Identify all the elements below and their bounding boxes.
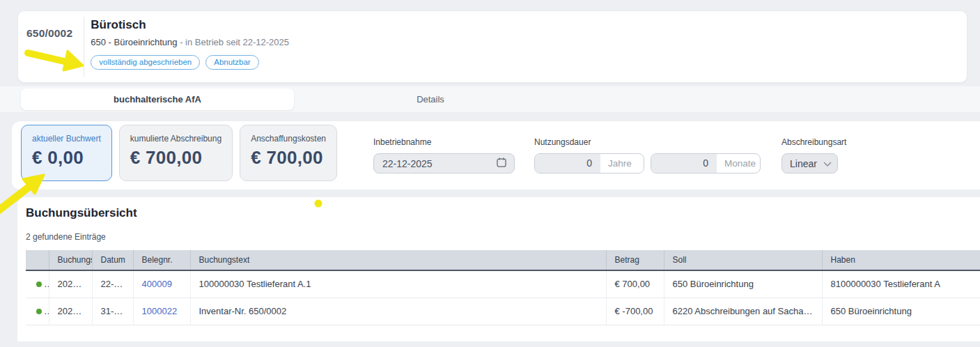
- status-green-dot: [36, 309, 42, 314]
- field-label: Abschreibungsart: [781, 137, 846, 147]
- date-value: 22-12-2025: [382, 158, 433, 169]
- col-datum[interactable]: Datum: [92, 250, 133, 270]
- tab-details[interactable]: Details: [294, 88, 567, 110]
- tab-bar: buchhalterische AfA Details: [0, 86, 980, 112]
- period-cell: 2025/12: [49, 270, 92, 298]
- years-unit-label: Jahre: [600, 154, 644, 173]
- asset-in-service-date: - in Betrieb seit 22-12-2025: [178, 37, 289, 47]
- col-haben[interactable]: Haben: [822, 250, 980, 270]
- bookings-count: 2 gefundene Einträge: [26, 232, 980, 242]
- document-cell: 400009: [133, 270, 190, 298]
- col-belegnr[interactable]: Belegnr.: [133, 250, 190, 270]
- field-label: Nutzungsdauer: [534, 137, 761, 147]
- amount-cell: € 700,00: [606, 270, 664, 298]
- years-value: 0: [535, 154, 600, 173]
- card-value: € 0,00: [32, 147, 101, 169]
- date-cell: 22-12-2025: [92, 270, 133, 298]
- text-cell: 100000030 Testlieferant A.1: [190, 270, 606, 298]
- select-value: Linear: [790, 158, 817, 169]
- card-value: € 700,00: [251, 147, 326, 169]
- document-link[interactable]: 400009: [142, 279, 172, 289]
- field-label: Inbetriebnahme: [373, 137, 515, 147]
- field-inbetriebnahme: Inbetriebnahme 22-12-2025: [373, 137, 515, 174]
- credit-cell: 650 Büroeinrichtung: [822, 298, 980, 325]
- period-cell: 2025/12: [49, 298, 92, 325]
- asset-number: 650/0002: [26, 27, 72, 40]
- tab-buchhalterische-afa[interactable]: buchhalterische AfA: [21, 88, 294, 110]
- calendar-icon[interactable]: [496, 157, 507, 170]
- badge-depreciable: Abnutzbar: [205, 55, 258, 70]
- card-current-book-value[interactable]: aktueller Buchwert € 0,00: [21, 125, 112, 181]
- duration-inputs: 0 Jahre 0 Monate: [534, 153, 761, 174]
- field-nutzungsdauer: Nutzungsdauer 0 Jahre 0 Monate: [534, 137, 761, 174]
- card-label: Anschaffungskosten: [251, 134, 326, 144]
- document-link[interactable]: 1000022: [142, 306, 178, 316]
- asset-header-main: Bürotisch 650 - Büroeinrichtung - in Bet…: [84, 11, 289, 82]
- col-buchungstext[interactable]: Buchungstext: [190, 250, 606, 270]
- status-cell: [26, 298, 49, 325]
- table-row: 2025/12 22-12-2025 400009 100000030 Test…: [26, 270, 980, 298]
- col-soll[interactable]: Soll: [664, 250, 822, 270]
- field-abschreibungsart: Abschreibungsart Linear: [781, 137, 846, 174]
- asset-header-card: 650/0002 Bürotisch 650 - Büroeinrichtung…: [17, 10, 967, 83]
- card-acquisition-cost[interactable]: Anschaffungskosten € 700,00: [240, 125, 337, 181]
- card-accumulated-depreciation[interactable]: kumulierte Abschreibung € 700,00: [119, 125, 233, 181]
- date-cell: 31-12-2025: [92, 298, 133, 325]
- col-betrag[interactable]: Betrag: [606, 250, 664, 270]
- chevron-down-icon: [823, 158, 832, 169]
- asset-number-block: 650/0002: [18, 17, 84, 77]
- status-green-dot: [36, 282, 42, 287]
- col-status: [26, 250, 49, 270]
- asset-category: 650 - Büroeinrichtung: [91, 37, 177, 47]
- months-value: 0: [651, 154, 717, 173]
- card-label: aktueller Buchwert: [32, 134, 101, 144]
- card-value: € 700,00: [130, 147, 221, 169]
- text-cell: Inventar-Nr. 650/0002: [190, 298, 606, 325]
- document-cell: 1000022: [133, 298, 190, 325]
- debit-cell: 650 Büroeinrichtung: [664, 270, 822, 298]
- asset-subtitle: 650 - Büroeinrichtung - in Betrieb seit …: [91, 37, 289, 47]
- badge-row: vollständig abgeschrieben Abnutzbar: [91, 55, 289, 70]
- status-cell: [26, 270, 49, 298]
- bookings-title: Buchungsübersicht: [26, 206, 980, 220]
- table-header-row: Buchungsp... Datum Belegnr. Buchungstext…: [26, 250, 980, 270]
- bookings-table: Buchungsp... Datum Belegnr. Buchungstext…: [26, 250, 980, 325]
- years-input[interactable]: 0 Jahre: [534, 153, 644, 174]
- amount-cell: € -700,00: [606, 298, 664, 325]
- card-label: kumulierte Abschreibung: [130, 134, 221, 144]
- afa-summary-section: aktueller Buchwert € 0,00 kumulierte Abs…: [12, 121, 980, 190]
- date-input-inbetriebnahme[interactable]: 22-12-2025: [373, 153, 515, 174]
- col-buchungsperiode[interactable]: Buchungsp...: [49, 250, 92, 270]
- table-row: 2025/12 31-12-2025 1000022 Inventar-Nr. …: [26, 298, 980, 325]
- months-unit-label: Monate: [717, 154, 760, 173]
- page-title: Bürotisch: [91, 18, 289, 32]
- bookings-overview-card: Buchungsübersicht 2 gefundene Einträge B…: [17, 197, 980, 341]
- badge-fully-depreciated: vollständig abgeschrieben: [91, 55, 200, 70]
- depreciation-method-select[interactable]: Linear: [781, 153, 838, 174]
- months-input[interactable]: 0 Monate: [651, 153, 761, 174]
- credit-cell: 8100000030 Testlieferant A: [822, 270, 980, 298]
- debit-cell: 6220 Abschreibungen auf Sachanlagen (ohn…: [664, 298, 822, 325]
